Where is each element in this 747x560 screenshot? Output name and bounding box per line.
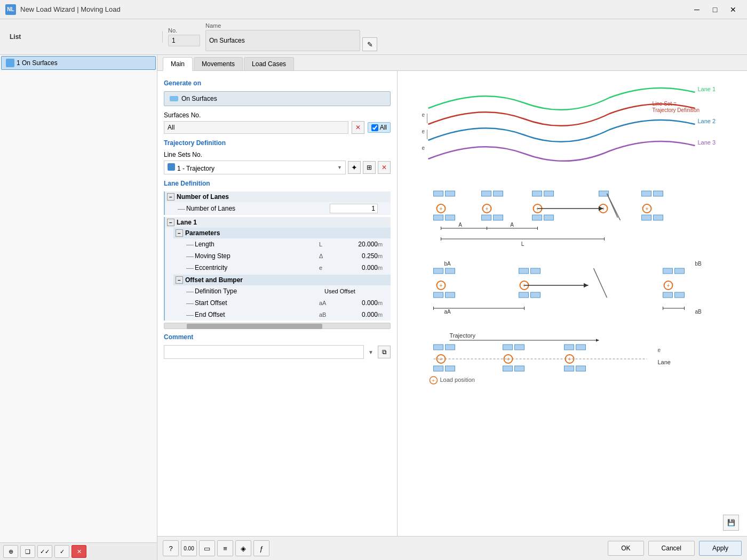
ba-bb-diagram: bA bB + +	[403, 258, 742, 327]
check-button[interactable]: ✓	[54, 545, 69, 558]
all-checkbox-input[interactable]	[371, 124, 378, 131]
load-squares-top	[434, 191, 663, 196]
minimize-button[interactable]: ─	[688, 3, 705, 16]
lineset-clear-button[interactable]: ✕	[378, 161, 391, 174]
svg-rect-96	[503, 366, 513, 371]
bottom-toolbar: ? 0.00 ▭ ≡ ◈ ƒ OK Cancel Apply	[157, 536, 747, 560]
parameters-header[interactable]: − Parameters	[173, 228, 391, 238]
line-sets-combo[interactable]: 1 - Trajectory ▼	[164, 161, 346, 174]
no-label: No.	[168, 27, 200, 34]
ok-button[interactable]: OK	[608, 541, 643, 556]
svg-rect-85	[576, 345, 586, 350]
num-lanes-input[interactable]	[330, 204, 378, 213]
title-bar: NL New Load Wizard | Moving Load ─ □ ✕	[0, 0, 747, 19]
svg-rect-25	[434, 215, 443, 220]
duplicate-button[interactable]: ❑	[20, 545, 35, 558]
comment-dropdown-arrow[interactable]: ▼	[368, 349, 374, 355]
load-positions-diagram: + + + + +	[403, 188, 742, 252]
trajectory-lane-diagram: Trajectory e	[403, 330, 742, 388]
name-input[interactable]	[205, 30, 360, 51]
list-item-label: 1 On Surfaces	[17, 59, 58, 67]
generate-on-title: Generate on	[164, 79, 391, 87]
add-from-clipboard-button[interactable]: ⊕	[3, 545, 18, 558]
svg-rect-97	[515, 366, 525, 371]
comment-input[interactable]	[164, 345, 364, 359]
offset-subsection: − Offset and Bumper — Definition Type Us…	[165, 275, 391, 321]
all-checkbox[interactable]: All	[368, 122, 391, 133]
no-input[interactable]	[168, 35, 200, 46]
lane1-section: − Lane 1 − Parameters — Length	[164, 217, 391, 321]
surfaces-clear-button[interactable]: ✕	[352, 121, 364, 134]
formula-button[interactable]: ƒ	[253, 540, 269, 556]
svg-text:bB: bB	[695, 261, 702, 267]
check-all-button[interactable]: ✓✓	[37, 545, 52, 558]
end-offset-symbol: aB	[319, 311, 335, 318]
diagram-panel: Lane 1 Line Set = Trajectory Definition …	[398, 71, 747, 536]
expand-lane1[interactable]: −	[167, 219, 174, 226]
generate-on-value: On Surfaces	[181, 95, 217, 102]
help-button[interactable]: ?	[163, 540, 179, 556]
value-button[interactable]: 0.00	[181, 540, 197, 556]
svg-rect-82	[503, 345, 513, 350]
save-diagram-button[interactable]: 💾	[723, 515, 739, 531]
svg-rect-50	[446, 268, 455, 274]
start-offset-value: 0.000	[335, 299, 378, 307]
svg-rect-8	[482, 191, 491, 196]
eccentricity-symbol: e	[319, 265, 335, 271]
expand-num-lanes[interactable]: −	[167, 193, 174, 201]
apply-button[interactable]: Apply	[699, 541, 742, 556]
offset-header[interactable]: − Offset and Bumper	[173, 275, 391, 285]
lane3-diag-label: Lane 3	[698, 139, 716, 146]
lane1-header[interactable]: − Lane 1	[165, 217, 391, 228]
svg-text:aA: aA	[444, 309, 451, 315]
settings-button[interactable]: ◈	[235, 540, 251, 556]
list-item-icon	[6, 59, 14, 67]
lineset-edit-button[interactable]: ⊞	[363, 161, 376, 174]
lane1-label: Lane 1	[177, 219, 197, 226]
eccentricity-unit: m	[378, 265, 388, 271]
num-lanes-section: − Number of Lanes — Number of Lanes	[164, 191, 391, 215]
comment-row: ▼ ⧉	[164, 345, 391, 359]
tab-main[interactable]: Main	[163, 57, 193, 71]
svg-rect-28	[494, 215, 503, 220]
list-button[interactable]: ≡	[217, 540, 233, 556]
svg-text:+: +	[440, 356, 443, 362]
length-row: — Length L 20.000 m	[173, 238, 391, 250]
all-label: All	[380, 124, 387, 131]
expand-offset[interactable]: −	[176, 276, 183, 284]
svg-rect-95	[446, 366, 455, 371]
list-item[interactable]: 1 On Surfaces	[1, 56, 156, 70]
lineset-star-button[interactable]: ✦	[348, 161, 361, 174]
surface-button[interactable]: ▭	[199, 540, 215, 556]
close-button[interactable]: ✕	[725, 3, 742, 16]
edit-name-button[interactable]: ✎	[362, 37, 377, 51]
surfaces-row: ✕ All	[164, 121, 391, 134]
start-offset-symbol: aA	[319, 300, 335, 306]
def-type-row: — Definition Type Used Offset	[173, 285, 391, 297]
parameters-label: Parameters	[185, 229, 220, 237]
maximize-button[interactable]: □	[706, 3, 724, 16]
lineset-diag-label: Line Set =	[653, 101, 677, 107]
surfaces-no-label: Surfaces No.	[164, 111, 391, 119]
combo-arrow: ▼	[337, 165, 342, 170]
comment-copy-button[interactable]: ⧉	[378, 346, 391, 358]
line-sets-value: 1 - Trajectory	[177, 165, 214, 172]
cancel-button[interactable]: Cancel	[648, 541, 695, 556]
svg-text:+: +	[507, 356, 510, 362]
moving-step-unit: m	[378, 253, 388, 259]
tab-movements[interactable]: Movements	[194, 57, 243, 70]
generate-on-button[interactable]: On Surfaces	[164, 91, 391, 106]
svg-rect-94	[434, 366, 443, 371]
tab-loadcases[interactable]: Load Cases	[244, 57, 294, 70]
lanes-diagram: Lane 1 Line Set = Trajectory Definition …	[403, 76, 742, 183]
num-lanes-header[interactable]: − Number of Lanes	[165, 191, 391, 202]
horizontal-scrollbar[interactable]	[164, 323, 391, 329]
expand-parameters[interactable]: −	[176, 229, 183, 237]
svg-rect-83	[515, 345, 525, 350]
moving-step-row: — Moving Step Δ 0.250 m	[173, 250, 391, 262]
surfaces-input[interactable]	[164, 121, 348, 134]
start-offset-unit: m	[378, 300, 388, 306]
no-field: No.	[168, 27, 200, 46]
num-lanes-label: Number of Lanes	[177, 193, 229, 201]
delete-button[interactable]: ✕	[71, 545, 86, 558]
